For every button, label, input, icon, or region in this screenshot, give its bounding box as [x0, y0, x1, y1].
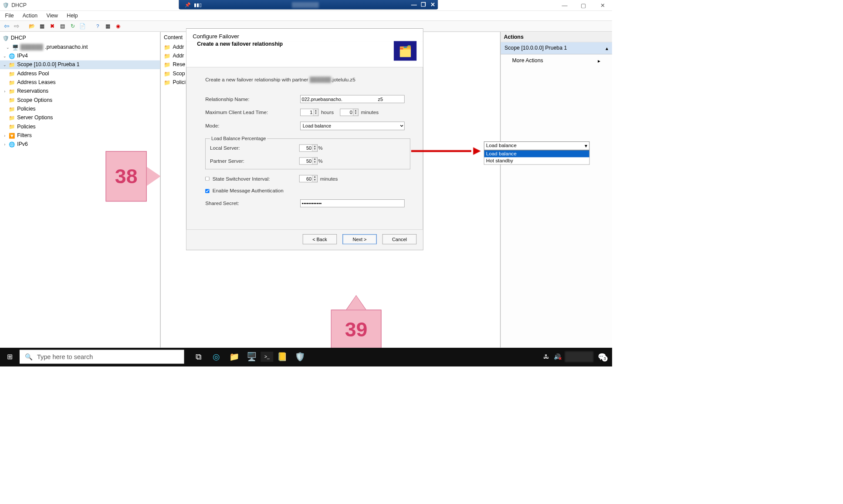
start-button[interactable]: ⊞	[0, 353, 20, 361]
cancel-button[interactable]: Cancel	[383, 234, 416, 244]
mode-dropdown-overlay: Load balance▾ Load balance Hot standby	[484, 141, 589, 165]
delete-icon[interactable]: ✖	[48, 22, 56, 30]
signal-icon: ▮▮▯	[194, 2, 201, 7]
chevron-down-icon: ▾	[585, 143, 587, 149]
mode-select[interactable]: Load balance	[300, 122, 405, 131]
tree-scope-options[interactable]: 📁Scope Options	[0, 96, 160, 104]
relationship-name-input[interactable]	[300, 95, 405, 103]
dropdown-option-hot-standby[interactable]: Hot standby	[484, 158, 589, 165]
props-icon[interactable]: ▤	[58, 22, 67, 30]
tree-ipv4-policies[interactable]: 📁Policies	[0, 122, 160, 131]
expand-icon[interactable]: ›	[3, 89, 7, 94]
tree-address-leases[interactable]: 📁Address Leases	[0, 78, 160, 87]
search-placeholder: Type here to search	[37, 353, 93, 360]
ssi-spinner[interactable]: ▲▼	[299, 175, 318, 182]
expand-icon[interactable]: ›	[3, 133, 7, 138]
minutes-spinner[interactable]: ▲▼	[340, 109, 359, 116]
dhcp-icon: 🛡️	[3, 35, 9, 41]
partner-text: Create a new failover relationship with …	[205, 77, 410, 82]
remote-minimize[interactable]: —	[409, 1, 419, 8]
menu-view[interactable]: View	[46, 13, 58, 19]
tree-scope[interactable]: ⌄📁Scope [10.0.0.0] Prueba 1	[0, 60, 160, 69]
explorer-icon[interactable]: 📁	[225, 352, 243, 362]
tree-server[interactable]: ⌄🖥️██████.pruebasnacho.int	[0, 43, 160, 51]
partner-spinner[interactable]: ▲▼	[299, 158, 318, 165]
configure-failover-dialog: Configure Failover Create a new failover…	[186, 28, 423, 250]
terminal-icon[interactable]: >_	[261, 352, 273, 362]
tree-address-pool[interactable]: 📁Address Pool	[0, 69, 160, 78]
folder-icon: 📁	[9, 88, 15, 94]
remote-close[interactable]: ✕	[428, 1, 438, 8]
secret-label: Shared Secret:	[205, 201, 300, 206]
minimize-button[interactable]: —	[555, 0, 574, 11]
actions-more[interactable]: More Actions▸	[501, 54, 612, 67]
tray-volume-icon[interactable]: 🔊✖	[554, 353, 561, 360]
menu-file[interactable]: File	[5, 13, 14, 19]
hours-spinner[interactable]: ▲▼	[300, 109, 319, 116]
collapse-icon[interactable]: ▴	[606, 45, 609, 51]
back-icon[interactable]: ⇦	[3, 22, 11, 30]
app-icon[interactable]: 📒	[273, 352, 291, 362]
dialog-title: Configure Failover	[186, 29, 423, 41]
up-icon[interactable]: 📂	[28, 22, 36, 30]
server-icon: 🖥️	[12, 44, 19, 50]
server-manager-icon[interactable]: 🖥️	[243, 352, 261, 362]
relationship-name-label: Relationship Name:	[205, 96, 300, 102]
remote-session-bar[interactable]: 📌 ▮▮▯ ████████ — ❐ ✕	[179, 0, 438, 10]
tree-reservations[interactable]: ›📁Reservations	[0, 87, 160, 96]
tree-ipv4[interactable]: ⌄🌐IPv4	[0, 51, 160, 60]
local-server-label: Local Server:	[210, 145, 299, 151]
back-button[interactable]: < Back	[303, 234, 337, 244]
tree-ipv6[interactable]: ›🌐IPv6	[0, 140, 160, 149]
folder-icon: 📁	[164, 44, 171, 50]
remote-restore[interactable]: ❐	[419, 1, 428, 8]
next-button[interactable]: Next >	[342, 234, 376, 244]
actions-scope[interactable]: Scope [10.0.0.0] Prueba 1▴	[501, 42, 612, 54]
edge-icon[interactable]: ◎	[207, 352, 225, 362]
dropdown-option-load-balance[interactable]: Load balance	[484, 151, 589, 158]
callout-38: 38	[105, 151, 146, 202]
taskbar: ⊞ 🔍 Type here to search ⧉ ◎ 📁 🖥️ >_ 📒 🛡️…	[0, 348, 612, 366]
menu-action[interactable]: Action	[23, 13, 37, 19]
maximize-button[interactable]: ▢	[574, 0, 593, 11]
collapse-icon[interactable]: ⌄	[6, 45, 10, 50]
expand-icon[interactable]: ›	[3, 142, 7, 147]
submenu-icon: ▸	[598, 57, 601, 64]
tree-root[interactable]: 🛡️DHCP	[0, 34, 160, 43]
refresh-icon[interactable]: ↻	[68, 22, 77, 30]
dhcp-taskbar-icon[interactable]: 🛡️	[291, 352, 309, 362]
collapse-icon[interactable]: ⌄	[3, 62, 7, 67]
help-icon[interactable]: ?	[94, 22, 102, 30]
app-icon[interactable]: ▦	[104, 22, 112, 30]
local-spinner[interactable]: ▲▼	[299, 144, 318, 152]
menu-help[interactable]: Help	[67, 13, 78, 19]
notifications-icon[interactable]: 💬3	[598, 353, 606, 361]
mode-label: Mode:	[205, 123, 300, 129]
folder-icon: 📁	[164, 61, 171, 68]
pin-icon[interactable]: 📌	[185, 2, 191, 7]
record-icon[interactable]: ◉	[114, 22, 122, 30]
ema-checkbox[interactable]	[205, 189, 209, 193]
forward-icon[interactable]: ⇨	[13, 22, 21, 30]
lbp-legend: Load Balance Percentage	[210, 136, 267, 141]
dhcp-icon: 🛡️	[3, 2, 9, 8]
partner-server-label: Partner Server:	[210, 158, 299, 164]
folder-icon: 📁	[9, 62, 15, 68]
export-icon[interactable]: 📄	[78, 22, 87, 30]
task-view-icon[interactable]: ⧉	[190, 352, 208, 362]
collapse-icon[interactable]: ⌄	[3, 54, 7, 58]
remote-host-blur: ████████	[201, 2, 409, 7]
grid-icon[interactable]: ▦	[38, 22, 46, 30]
dropdown-selected[interactable]: Load balance▾	[484, 141, 589, 150]
tree-policies[interactable]: 📁Policies	[0, 104, 160, 113]
callout-39: 39	[331, 309, 381, 349]
ssi-checkbox[interactable]	[205, 177, 209, 181]
taskbar-search[interactable]: 🔍 Type here to search	[20, 350, 184, 364]
tray-network-icon[interactable]: 🖧	[543, 353, 549, 360]
close-button[interactable]: ✕	[593, 0, 612, 11]
tree-server-options[interactable]: 📁Server Options	[0, 114, 160, 122]
folder-icon: 📁	[9, 124, 15, 130]
tray-clock-blur[interactable]	[565, 351, 593, 362]
tree-filters[interactable]: ›🔽Filters	[0, 131, 160, 140]
secret-input[interactable]	[300, 199, 405, 207]
